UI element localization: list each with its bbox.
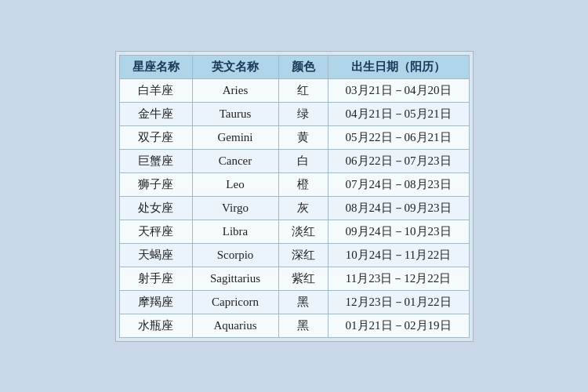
cell-en: Sagittarius bbox=[192, 267, 278, 290]
cell-zh: 金牛座 bbox=[119, 102, 192, 125]
table-row: 巨蟹座Cancer白06月22日－07月23日 bbox=[119, 149, 469, 172]
cell-color: 黄 bbox=[278, 125, 328, 149]
zodiac-table: 星座名称 英文名称 颜色 出生日期（阳历） 白羊座Aries红03月21日－04… bbox=[119, 55, 470, 338]
cell-zh: 狮子座 bbox=[119, 172, 192, 196]
cell-zh: 白羊座 bbox=[119, 78, 192, 102]
table-row: 金牛座Taurus绿04月21日－05月21日 bbox=[119, 102, 469, 125]
cell-en: Gemini bbox=[192, 125, 278, 149]
table-row: 天秤座Libra淡红09月24日－10月23日 bbox=[119, 220, 469, 243]
table-row: 双子座Gemini黄05月22日－06月21日 bbox=[119, 125, 469, 149]
cell-en: Libra bbox=[192, 220, 278, 243]
cell-date: 01月21日－02月19日 bbox=[328, 314, 469, 337]
cell-color: 深红 bbox=[278, 243, 328, 267]
table-row: 摩羯座Capricorn黑12月23日－01月22日 bbox=[119, 290, 469, 314]
cell-en: Capricorn bbox=[192, 290, 278, 314]
cell-date: 04月21日－05月21日 bbox=[328, 102, 469, 125]
cell-zh: 处女座 bbox=[119, 196, 192, 220]
table-row: 天蝎座Scorpio深红10月24日－11月22日 bbox=[119, 243, 469, 267]
cell-date: 03月21日－04月20日 bbox=[328, 78, 469, 102]
cell-en: Virgo bbox=[192, 196, 278, 220]
cell-color: 灰 bbox=[278, 196, 328, 220]
cell-color: 白 bbox=[278, 149, 328, 172]
table-header-row: 星座名称 英文名称 颜色 出生日期（阳历） bbox=[119, 55, 469, 78]
cell-en: Scorpio bbox=[192, 243, 278, 267]
table-row: 白羊座Aries红03月21日－04月20日 bbox=[119, 78, 469, 102]
cell-date: 07月24日－08月23日 bbox=[328, 172, 469, 196]
cell-en: Cancer bbox=[192, 149, 278, 172]
cell-en: Aries bbox=[192, 78, 278, 102]
cell-zh: 天蝎座 bbox=[119, 243, 192, 267]
cell-en: Leo bbox=[192, 172, 278, 196]
cell-color: 淡红 bbox=[278, 220, 328, 243]
cell-en: Taurus bbox=[192, 102, 278, 125]
header-en: 英文名称 bbox=[192, 55, 278, 78]
cell-color: 绿 bbox=[278, 102, 328, 125]
cell-zh: 射手座 bbox=[119, 267, 192, 290]
cell-en: Aquarius bbox=[192, 314, 278, 337]
zodiac-table-container: 星座名称 英文名称 颜色 出生日期（阳历） 白羊座Aries红03月21日－04… bbox=[115, 51, 474, 342]
header-date: 出生日期（阳历） bbox=[328, 55, 469, 78]
cell-date: 12月23日－01月22日 bbox=[328, 290, 469, 314]
cell-color: 红 bbox=[278, 78, 328, 102]
cell-zh: 摩羯座 bbox=[119, 290, 192, 314]
header-color: 颜色 bbox=[278, 55, 328, 78]
cell-date: 05月22日－06月21日 bbox=[328, 125, 469, 149]
header-zh: 星座名称 bbox=[119, 55, 192, 78]
cell-color: 橙 bbox=[278, 172, 328, 196]
cell-date: 06月22日－07月23日 bbox=[328, 149, 469, 172]
table-row: 狮子座Leo橙07月24日－08月23日 bbox=[119, 172, 469, 196]
cell-zh: 双子座 bbox=[119, 125, 192, 149]
cell-date: 11月23日－12月22日 bbox=[328, 267, 469, 290]
cell-date: 10月24日－11月22日 bbox=[328, 243, 469, 267]
cell-color: 黑 bbox=[278, 290, 328, 314]
cell-zh: 巨蟹座 bbox=[119, 149, 192, 172]
table-row: 处女座Virgo灰08月24日－09月23日 bbox=[119, 196, 469, 220]
table-row: 射手座Sagittarius紫红11月23日－12月22日 bbox=[119, 267, 469, 290]
cell-color: 黑 bbox=[278, 314, 328, 337]
cell-color: 紫红 bbox=[278, 267, 328, 290]
table-row: 水瓶座Aquarius黑01月21日－02月19日 bbox=[119, 314, 469, 337]
cell-date: 09月24日－10月23日 bbox=[328, 220, 469, 243]
cell-zh: 天秤座 bbox=[119, 220, 192, 243]
cell-zh: 水瓶座 bbox=[119, 314, 192, 337]
cell-date: 08月24日－09月23日 bbox=[328, 196, 469, 220]
